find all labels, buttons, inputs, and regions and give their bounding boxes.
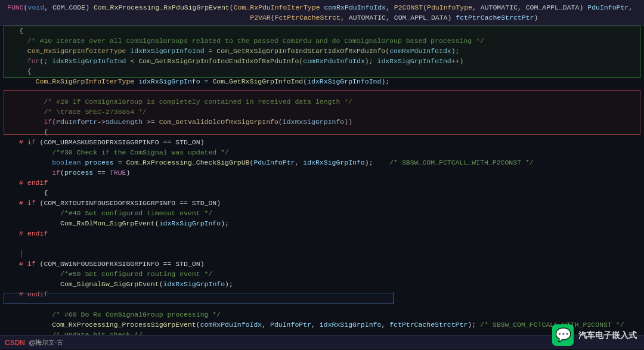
code-line-8: /* \trace SPEC-2736854 */ [0,107,644,117]
code-line-blank3 [0,299,644,309]
code-line-11: # if (COM_UBMASKUSEDOFRXSIGGRPINFO == ST… [0,137,644,147]
code-line-vbar: │ [0,249,644,259]
code-line-17: # if (COM_RXTOUTINFOUSEDOFRXSIGGRPINFO =… [0,198,644,208]
code-line-9: if(PduInfoPtr->SduLength >= Com_GetValid… [0,117,644,127]
code-line-21: # if (COM_GWINFOUSEDOFRXSIGGRPINFO == ST… [0,259,644,269]
sig-line-1: FUNC(void, COM_CODE) Com_RxProcessing_Rx… [5,2,639,13]
code-line-24: # endif [0,289,644,299]
code-line-14: if(process == TRUE) [0,168,644,178]
sig-line-2: P2VAR(FctPtrCacheStrct, AUTOMATIC, COM_A… [5,13,639,23]
code-line-19: Com_RxDlMon_SigGrpEvent(idxRxSigGrpInfo)… [0,218,644,228]
code-line-16: { [0,188,644,198]
code-line-15: # endif [0,178,644,188]
code-line-13: boolean process = Com_RxProcessing_Check… [0,157,644,168]
function-signature: FUNC(void, COM_CODE) Com_RxProcessing_Rx… [0,0,644,26]
watermark: 💬 汽车电子嵌入式 [552,324,637,346]
code-line-1: { [0,26,644,36]
code-line-2: /* #10 Iterate over all ComSignalGroups … [0,36,644,46]
code-line-5: { [0,66,644,76]
wechat-icon: 💬 [552,324,574,346]
code-line-6: Com_RxSigGrpInfoIterType idxRxSigGrpInfo… [0,76,644,86]
code-line-20: # endif [0,228,644,239]
csdn-label: CSDN [5,339,25,347]
code-line-25: /* #60 Do Rx ComSignalGroup processing *… [0,309,644,320]
code-container: FUNC(void, COM_CODE) Com_RxProcessing_Rx… [0,0,644,350]
code-line-4: for(; idxRxSigGrpInfoInd < Com_GetRxSigG… [0,56,644,66]
code-line-26: Com_RxProcessing_ProcessSigGrpEvent(comR… [0,320,644,330]
code-line-3: Com_RxSigGrpInfoIterType idxRxSigGrpInfo… [0,46,644,56]
code-line-blank1 [0,86,644,97]
code-line-blank2 [0,239,644,249]
code-line-12: /*#30 Check if the ComSignal was updated… [0,147,644,157]
code-line-22: /*#50 Set configured routing event */ [0,269,644,279]
watermark-title: 汽车电子嵌入式 [578,330,637,340]
csdn-author: @梅尔文·古 [29,338,63,347]
code-line-7: /* #20 If ComSignalGroup is completely c… [0,97,644,107]
code-line-18: /*#40 Set configured timeout event */ [0,208,644,218]
code-line-10: { [0,127,644,137]
csdn-bar: CSDN @梅尔文·古 [0,335,644,349]
code-body: { /* #10 Iterate over all ComSignalGroup… [0,26,644,349]
code-line-23: Com_SignalGw_SigGrpEvent(idxRxSigGrpInfo… [0,279,644,289]
